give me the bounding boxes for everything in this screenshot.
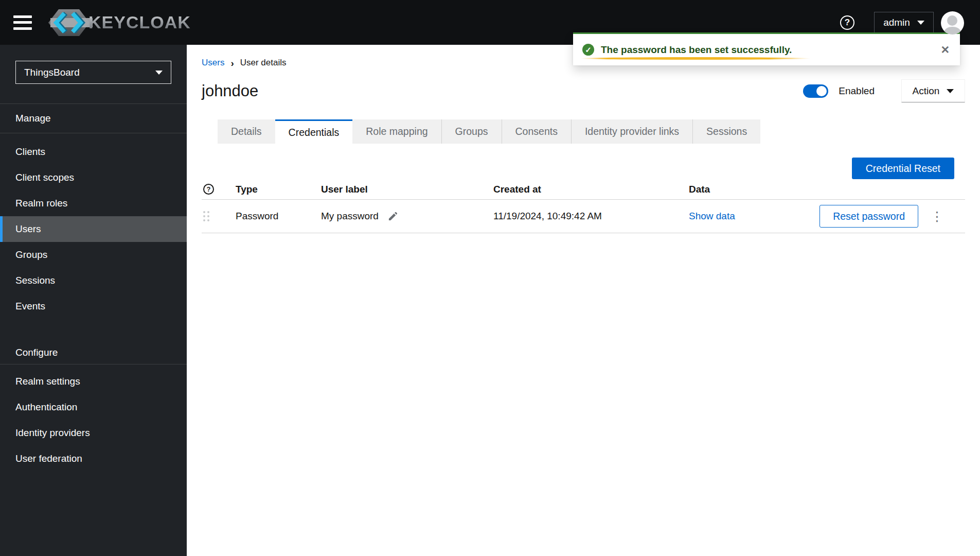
credentials-table: ? Type User label Created at Data Passwo… xyxy=(202,179,965,233)
help-glyph: ? xyxy=(845,18,850,28)
sidebar-item-realm-settings[interactable]: Realm settings xyxy=(0,369,187,394)
col-header-created-at: Created at xyxy=(493,184,689,195)
credentials-toolbar: Credential Reset xyxy=(202,158,965,179)
sidebar-item-user-federation[interactable]: User federation xyxy=(0,446,187,472)
tab-consents[interactable]: Consents xyxy=(502,119,572,144)
col-header-user-label: User label xyxy=(321,184,493,195)
realm-selector[interactable]: ThingsBoard xyxy=(15,61,171,84)
keycloak-logo: KEYCLOAK xyxy=(48,7,191,38)
action-label: Action xyxy=(913,85,940,97)
drag-handle-icon[interactable] xyxy=(203,211,209,221)
sidebar-item-users[interactable]: Users xyxy=(0,216,187,242)
tab-credentials[interactable]: Credentials xyxy=(275,119,353,144)
action-dropdown[interactable]: Action xyxy=(901,79,965,102)
toast-message: The password has been set successfully. xyxy=(601,44,792,56)
page-header-controls: Enabled Action xyxy=(803,79,965,102)
user-detail-tabs: Details Credentials Role mapping Groups … xyxy=(218,119,965,144)
sidebar-item-client-scopes[interactable]: Client scopes xyxy=(0,165,187,190)
username-label: admin xyxy=(883,17,910,28)
question-circle-icon[interactable]: ? xyxy=(203,184,214,195)
kebab-menu-icon[interactable]: ⋮ xyxy=(931,210,943,223)
sidebar-item-groups[interactable]: Groups xyxy=(0,242,187,268)
breadcrumb-current: User details xyxy=(240,58,287,68)
reset-password-button[interactable]: Reset password xyxy=(819,205,918,228)
tab-details[interactable]: Details xyxy=(218,119,275,144)
sidebar-item-events[interactable]: Events xyxy=(0,293,187,319)
nav-section-configure: Configure xyxy=(0,341,187,364)
sidebar-item-realm-roles[interactable]: Realm roles xyxy=(0,190,187,216)
configure-nav: Realm settings Authentication Identity p… xyxy=(0,369,187,472)
realm-selector-value: ThingsBoard xyxy=(24,67,80,78)
breadcrumb-users-link[interactable]: Users xyxy=(202,58,224,68)
col-header-type: Type xyxy=(236,184,321,195)
tab-identity-provider-links[interactable]: Identity provider links xyxy=(572,119,693,144)
main-content: Users › User details johndoe Enabled Act… xyxy=(187,45,980,556)
created-at-cell: 11/19/2024, 10:49:42 AM xyxy=(493,211,689,222)
check-glyph: ✓ xyxy=(585,45,592,55)
help-icon[interactable]: ? xyxy=(840,15,854,30)
table-row: Password My password 11/19/2024, 10:49:4… xyxy=(202,200,965,233)
sidebar-item-sessions[interactable]: Sessions xyxy=(0,268,187,293)
enabled-label: Enabled xyxy=(839,85,875,97)
success-toast: ✓ The password has been set successfully… xyxy=(573,32,960,65)
user-label-cell: My password xyxy=(321,211,493,222)
sidebar-item-identity-providers[interactable]: Identity providers xyxy=(0,420,187,446)
nav-toggle-hamburger-icon[interactable] xyxy=(13,15,32,30)
chevron-down-icon xyxy=(947,89,954,93)
manage-nav: Clients Client scopes Realm roles Users … xyxy=(0,139,187,319)
sidebar: ThingsBoard Manage Clients Client scopes… xyxy=(0,45,187,556)
row-actions: Reset password ⋮ xyxy=(809,205,965,228)
sidebar-item-authentication[interactable]: Authentication xyxy=(0,394,187,420)
show-data-link[interactable]: Show data xyxy=(689,211,735,221)
chevron-down-icon xyxy=(917,21,924,25)
chevron-down-icon xyxy=(155,71,163,75)
keycloak-logo-icon xyxy=(48,7,93,38)
realm-selector-block: ThingsBoard xyxy=(0,45,187,104)
toggle-knob xyxy=(816,86,827,96)
question-glyph: ? xyxy=(207,185,211,193)
table-header-row: ? Type User label Created at Data xyxy=(202,179,965,200)
close-icon[interactable]: ✕ xyxy=(940,44,950,56)
credential-type-cell: Password xyxy=(236,211,321,222)
credential-reset-button[interactable]: Credential Reset xyxy=(852,158,954,179)
sidebar-item-clients[interactable]: Clients xyxy=(0,139,187,165)
nav-section-manage: Manage xyxy=(0,104,187,133)
chevron-right-icon: › xyxy=(230,58,234,68)
col-header-data: Data xyxy=(689,184,809,195)
user-label-value: My password xyxy=(321,211,379,222)
user-avatar-icon[interactable] xyxy=(941,11,964,34)
tab-sessions[interactable]: Sessions xyxy=(693,119,760,144)
page-header: johndoe Enabled Action xyxy=(202,79,965,102)
edit-pencil-icon[interactable] xyxy=(388,212,398,221)
enabled-toggle[interactable] xyxy=(803,84,828,98)
tab-role-mapping[interactable]: Role mapping xyxy=(352,119,441,144)
brand-name: KEYCLOAK xyxy=(88,12,191,32)
toast-highlight-underline xyxy=(580,57,811,60)
masthead-right-group: ? admin xyxy=(840,12,934,33)
page-title: johndoe xyxy=(202,82,258,100)
tab-groups[interactable]: Groups xyxy=(442,119,502,144)
check-circle-icon: ✓ xyxy=(582,44,594,56)
user-dropdown[interactable]: admin xyxy=(874,12,934,33)
avatar-head-shape xyxy=(947,15,957,26)
